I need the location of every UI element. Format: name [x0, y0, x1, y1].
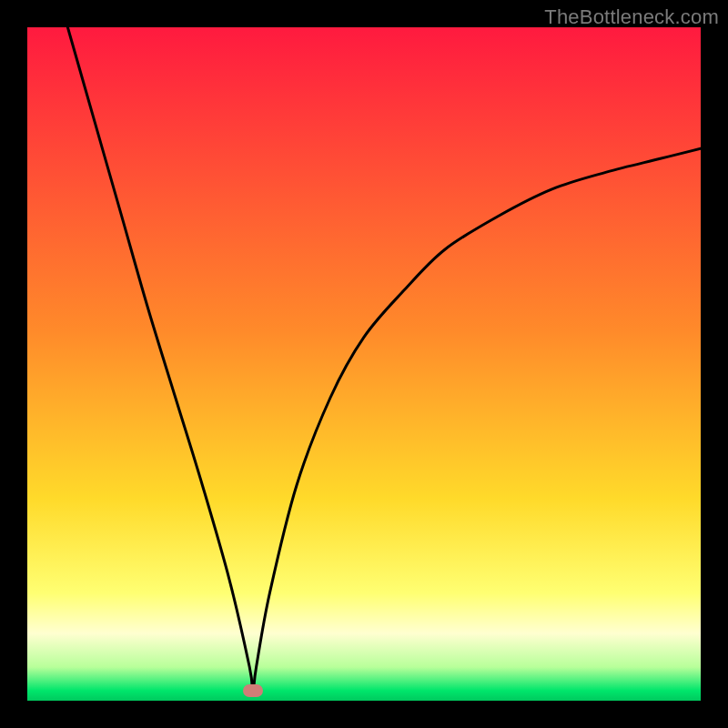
watermark-text: TheBottleneck.com: [544, 5, 719, 29]
optimum-marker: [243, 684, 263, 697]
chart-frame: TheBottleneck.com: [0, 0, 728, 728]
plot-area: [27, 27, 701, 701]
bottleneck-curve: [27, 27, 701, 701]
